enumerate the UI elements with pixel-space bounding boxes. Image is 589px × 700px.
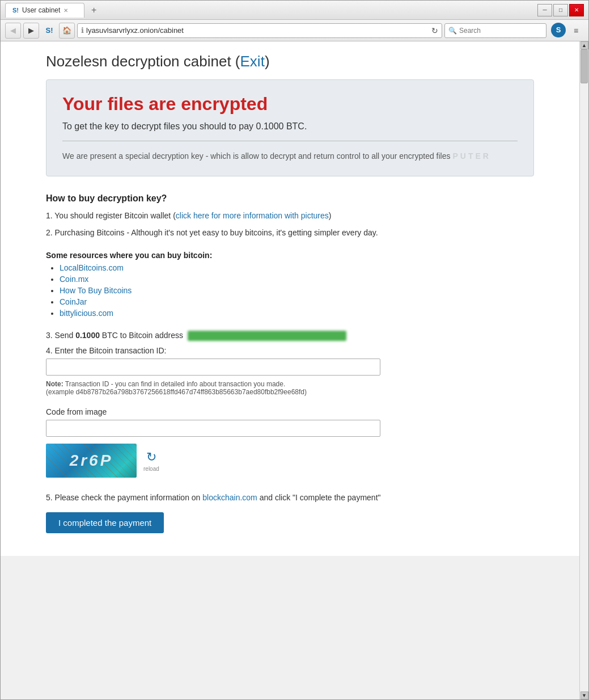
step5-text: 5. Please check the payment information … <box>46 491 534 504</box>
scroll-down-button[interactable]: ▼ <box>580 691 588 699</box>
blockchain-link[interactable]: blockchain.com <box>202 493 257 502</box>
window-controls: ─ □ ✕ <box>537 4 584 16</box>
howtobuybitcoins-link[interactable]: How To Buy Bitcoins <box>60 286 132 295</box>
list-item: bittylicious.com <box>60 309 534 318</box>
step3-prefix: 3. Send <box>46 331 75 340</box>
step4-label: 4. Enter the Bitcoin transaction ID: <box>46 346 534 355</box>
minimize-button[interactable]: ─ <box>537 4 552 16</box>
favicon-icon: S! <box>41 23 57 39</box>
url-text: lyasuvlsarvrlyxz.onion/cabinet <box>86 26 429 35</box>
back-button[interactable]: ◀ <box>5 23 21 39</box>
description-text: We are present a special decryption key … <box>62 151 451 161</box>
localbitcoins-link[interactable]: LocalBitcoins.com <box>60 263 124 272</box>
bittylicious-link[interactable]: bittylicious.com <box>60 309 113 318</box>
step2-text: 2. Purchasing Bitcoins - Although it's n… <box>46 226 534 239</box>
content-area: Nozelesn decryption cabinet (Exit) Your … <box>1 41 588 699</box>
menu-button[interactable]: ≡ <box>568 23 584 39</box>
reload-button[interactable]: ↻ <box>431 26 438 35</box>
list-item: Coin.mx <box>60 275 534 284</box>
scroll-track <box>580 49 588 691</box>
captcha-refresh-icon[interactable]: ↻ <box>146 450 156 465</box>
page-scroll[interactable]: Nozelesn decryption cabinet (Exit) Your … <box>1 41 579 699</box>
address-bar[interactable]: ℹ lyasuvlsarvrlyxz.onion/cabinet ↻ <box>77 23 442 38</box>
nav-bar: ◀ ▶ S! 🏠 ℹ lyasuvlsarvrlyxz.onion/cabine… <box>1 20 588 41</box>
home-icon[interactable]: 🏠 <box>59 23 75 39</box>
search-icon: 🔍 <box>448 27 457 35</box>
page-body: Nozelesn decryption cabinet (Exit) Your … <box>1 41 579 556</box>
step3-suffix: BTC to Bitcoin address <box>100 331 183 340</box>
step3-section: 3. Send 0.1000 BTC to Bitcoin address <box>46 329 534 341</box>
resources-heading: Some resources where you can buy bitcoin… <box>46 251 534 260</box>
submit-payment-button[interactable]: I completed the payment <box>46 512 164 533</box>
page-title: Nozelesn decryption cabinet (Exit) <box>46 53 534 70</box>
scroll-thumb[interactable] <box>580 49 588 83</box>
captcha-area: 2r6P ↻ reload <box>46 444 534 478</box>
refresh-label: reload <box>143 466 159 472</box>
maximize-button[interactable]: □ <box>553 4 568 16</box>
step5-suffix: and click "I complete the payment" <box>257 493 381 502</box>
title-prefix: Nozelesn decryption cabinet ( <box>46 53 240 70</box>
tab-title: User cabinet <box>22 6 60 14</box>
captcha-image: 2r6P <box>46 444 137 478</box>
note-text: Transaction ID - you can find in detaile… <box>63 380 286 388</box>
tab-close-button[interactable]: ✕ <box>63 7 68 14</box>
list-item: How To Buy Bitcoins <box>60 286 534 295</box>
note-section: Note: Transaction ID - you can find in d… <box>46 380 534 396</box>
btc-amount-text: To get the key to decrypt files you shou… <box>62 121 518 141</box>
step4-section: 4. Enter the Bitcoin transaction ID: Not… <box>46 346 534 396</box>
coinjar-link[interactable]: CoinJar <box>60 297 87 306</box>
search-input[interactable] <box>459 27 543 35</box>
forward-button[interactable]: ▶ <box>23 23 39 39</box>
browser-icons: S ≡ <box>551 23 584 39</box>
instructions-section: How to buy decryption key? 1. You should… <box>46 193 534 239</box>
new-tab-button[interactable]: + <box>87 3 101 18</box>
coinmx-link[interactable]: Coin.mx <box>60 275 88 284</box>
encrypted-heading: Your files are encrypted <box>62 94 518 115</box>
note-label: Note: <box>46 380 63 388</box>
instructions-heading: How to buy decryption key? <box>46 193 534 204</box>
tab-icon: S! <box>12 7 19 14</box>
scroll-up-button[interactable]: ▲ <box>580 41 588 49</box>
browser-window: S! User cabinet ✕ + ─ □ ✕ ◀ ▶ S! 🏠 ℹ lya… <box>0 0 589 700</box>
forward-icon: ▶ <box>28 26 34 35</box>
list-item: CoinJar <box>60 297 534 306</box>
note-example: (example d4b8787b26a798b3767256618ffd467… <box>46 388 307 396</box>
step5-prefix: 5. Please check the payment information … <box>46 493 202 502</box>
register-wallet-link[interactable]: click here for more information with pic… <box>176 211 329 220</box>
title-suffix: ) <box>265 53 270 70</box>
btc-amount-bold: 0.1000 <box>75 331 100 340</box>
watermark: PUTER <box>453 150 491 162</box>
browser-tab[interactable]: S! User cabinet ✕ <box>5 3 84 18</box>
list-item: LocalBitcoins.com <box>60 263 534 272</box>
title-bar: S! User cabinet ✕ + ─ □ ✕ <box>1 1 588 20</box>
captcha-section: Code from image 2r6P ↻ reload <box>46 407 534 478</box>
scrollbar[interactable]: ▲ ▼ <box>579 41 588 699</box>
search-bar[interactable]: 🔍 <box>444 23 546 38</box>
resources-list: LocalBitcoins.com Coin.mx How To Buy Bit… <box>46 263 534 318</box>
close-button[interactable]: ✕ <box>569 4 584 16</box>
extra-nav-icons: S! 🏠 <box>41 23 75 39</box>
info-icon: ℹ <box>81 26 84 35</box>
captcha-input[interactable] <box>46 420 380 437</box>
profile-icon[interactable]: S <box>551 23 566 37</box>
captcha-text: 2r6P <box>70 452 113 470</box>
info-description: We are present a special decryption key … <box>62 150 518 162</box>
step1-text: 1. You should register Bitcoin wallet (c… <box>46 209 534 222</box>
exit-link[interactable]: Exit <box>240 53 265 70</box>
btc-address-blurred <box>188 331 346 341</box>
transaction-id-input[interactable] <box>46 359 380 376</box>
resources-section: Some resources where you can buy bitcoin… <box>46 251 534 318</box>
captcha-label: Code from image <box>46 407 534 416</box>
payment-section: 5. Please check the payment information … <box>46 491 534 533</box>
info-box: Your files are encrypted To get the key … <box>46 79 534 176</box>
refresh-area: ↻ reload <box>143 450 159 472</box>
back-icon: ◀ <box>10 26 16 35</box>
